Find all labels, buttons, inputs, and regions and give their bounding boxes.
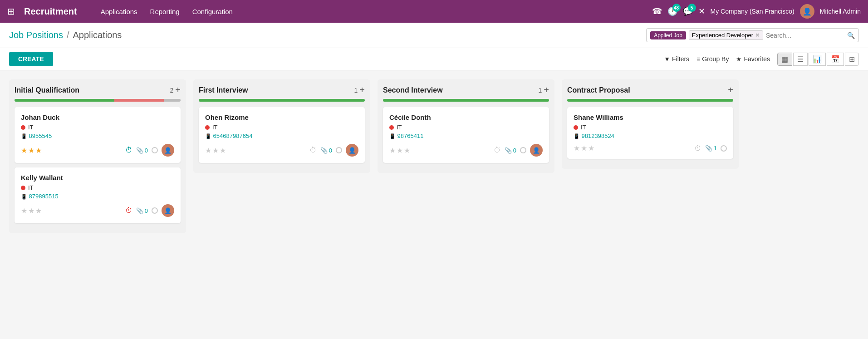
- dept-label: IT: [212, 124, 218, 131]
- view-buttons: ▦ ☰ 📊 📅 ⊞: [777, 53, 859, 66]
- chart-view-button[interactable]: 📊: [809, 53, 826, 66]
- timer-icon: ⏱: [309, 146, 317, 154]
- column-add-initial-qualification[interactable]: +: [175, 85, 181, 95]
- phone-icon[interactable]: ☎: [652, 6, 662, 16]
- nav-configuration[interactable]: Configuration: [187, 5, 238, 18]
- progress-bar-first-interview: [199, 99, 365, 102]
- groupby-button[interactable]: ≡ Group By: [696, 55, 729, 63]
- column-header-initial-qualification: Initial Qualification2+: [15, 85, 181, 95]
- toolbar-right: ▼ Filters ≡ Group By ★ Favorites ▦ ☰ 📊 📅…: [664, 53, 859, 66]
- nav-links: Applications Reporting Configuration: [95, 5, 645, 18]
- list-view-button[interactable]: ☰: [793, 53, 808, 66]
- card-stars[interactable]: ★★★: [389, 146, 410, 155]
- card-phone: 📱 98765411: [389, 133, 543, 139]
- user-avatar[interactable]: 👤: [800, 4, 814, 19]
- search-tag-label: Applied Job: [650, 31, 686, 39]
- star-3[interactable]: ★: [35, 206, 42, 215]
- status-circle[interactable]: [152, 207, 158, 214]
- star-2[interactable]: ★: [397, 146, 403, 155]
- timer-icon: ⏱: [125, 146, 132, 154]
- column-add-first-interview[interactable]: +: [359, 85, 365, 95]
- card-stars[interactable]: ★★★: [574, 144, 594, 152]
- grid-view-button[interactable]: ⊞: [845, 53, 859, 66]
- card-footer: ★★★⏱📎 0👤: [21, 204, 174, 217]
- card-stars[interactable]: ★★★: [205, 146, 226, 155]
- star-1[interactable]: ★: [205, 146, 211, 155]
- column-title-contract-proposal: Contract Proposal: [567, 86, 630, 94]
- star-1[interactable]: ★: [21, 146, 27, 155]
- star-3[interactable]: ★: [404, 146, 410, 155]
- remove-filter-icon[interactable]: ✕: [755, 32, 760, 39]
- card-dept: IT: [205, 124, 358, 131]
- column-add-second-interview[interactable]: +: [544, 85, 549, 95]
- star-icon: ★: [736, 55, 742, 63]
- kanban-card-second-interview-0[interactable]: Cécile DonthIT📱 98765411★★★⏱📎 0👤: [383, 107, 549, 163]
- clip-count: 📎 0: [136, 147, 148, 154]
- messages-badge: 5: [688, 4, 696, 12]
- create-button[interactable]: CREATE: [9, 52, 53, 66]
- star-2[interactable]: ★: [212, 146, 219, 155]
- card-footer-right: ⏱📎 0👤: [309, 144, 358, 157]
- star-2[interactable]: ★: [581, 144, 587, 152]
- card-dept: IT: [21, 124, 174, 131]
- notifications-icon[interactable]: 🕐 48: [667, 6, 677, 16]
- card-stars[interactable]: ★★★: [21, 146, 42, 155]
- search-filter-value: Experienced Developer: [692, 32, 753, 39]
- star-3[interactable]: ★: [35, 146, 42, 155]
- filters-button[interactable]: ▼ Filters: [664, 55, 689, 63]
- search-icon[interactable]: 🔍: [847, 32, 855, 39]
- card-stars[interactable]: ★★★: [21, 206, 42, 215]
- paperclip-icon: 📎: [320, 147, 328, 154]
- timer-icon: ⏱: [494, 146, 501, 154]
- clip-count: 📎 0: [136, 207, 148, 214]
- paperclip-icon: 📎: [505, 147, 512, 154]
- progress-bar-initial-qualification: [15, 99, 181, 102]
- messages-icon[interactable]: 💬 5: [683, 6, 693, 16]
- kanban-card-first-interview-0[interactable]: Ohen RizomeIT📱 654687987654★★★⏱📎 0👤: [199, 107, 365, 163]
- filter-icon: ▼: [664, 55, 670, 63]
- status-circle[interactable]: [721, 145, 727, 152]
- star-2[interactable]: ★: [28, 206, 34, 215]
- kanban-view-button[interactable]: ▦: [777, 53, 792, 66]
- star-2[interactable]: ★: [28, 146, 34, 155]
- star-1[interactable]: ★: [389, 146, 396, 155]
- toolbar: CREATE ▼ Filters ≡ Group By ★ Favorites …: [0, 48, 868, 70]
- groupby-icon: ≡: [696, 55, 700, 63]
- calendar-view-button[interactable]: 📅: [827, 53, 844, 66]
- search-filter-tag: Experienced Developer ✕: [689, 30, 763, 40]
- column-count-second-interview: 1: [539, 87, 542, 94]
- status-circle[interactable]: [336, 147, 342, 153]
- dept-label: IT: [28, 124, 34, 131]
- nav-reporting[interactable]: Reporting: [145, 5, 185, 18]
- search-input[interactable]: [766, 32, 845, 39]
- column-title-initial-qualification: Initial Qualification: [15, 86, 79, 94]
- status-circle[interactable]: [152, 147, 158, 153]
- card-name: Johan Duck: [21, 113, 174, 121]
- card-name: Cécile Donth: [389, 113, 543, 121]
- card-dept: IT: [21, 184, 174, 191]
- star-1[interactable]: ★: [21, 206, 27, 215]
- kanban-card-contract-proposal-0[interactable]: Shane WilliamsIT📱 9812398524★★★⏱📎 1: [567, 107, 733, 159]
- star-1[interactable]: ★: [574, 144, 580, 152]
- dept-label: IT: [28, 184, 34, 191]
- favorites-button[interactable]: ★ Favorites: [736, 55, 770, 63]
- card-footer: ★★★⏱📎 1: [574, 144, 727, 152]
- star-3[interactable]: ★: [220, 146, 226, 155]
- column-add-contract-proposal[interactable]: +: [728, 85, 733, 95]
- phone-icon: 📱: [21, 133, 27, 139]
- kanban-card-initial-qualification-1[interactable]: Kelly WallantIT📱 879895515★★★⏱📎 0👤: [15, 167, 181, 223]
- phone-icon: 📱: [574, 133, 580, 139]
- dept-dot-icon: [389, 125, 394, 130]
- card-phone: 📱 879895515: [21, 193, 174, 200]
- nav-applications[interactable]: Applications: [95, 5, 143, 18]
- close-icon[interactable]: ✕: [698, 6, 705, 16]
- company-name: My Company (San Francisco): [711, 8, 794, 15]
- kanban-column-initial-qualification: Initial Qualification2+Johan DuckIT📱 895…: [9, 79, 186, 233]
- breadcrumb-current: Applications: [73, 30, 122, 40]
- kanban-column-contract-proposal: Contract Proposal+Shane WilliamsIT📱 9812…: [562, 79, 739, 169]
- kanban-card-initial-qualification-0[interactable]: Johan DuckIT📱 8955545★★★⏱📎 0👤: [15, 107, 181, 163]
- status-circle[interactable]: [520, 147, 526, 153]
- star-3[interactable]: ★: [588, 144, 594, 152]
- breadcrumb-parent[interactable]: Job Positions: [9, 30, 63, 40]
- app-grid-icon[interactable]: ⊞: [7, 6, 15, 17]
